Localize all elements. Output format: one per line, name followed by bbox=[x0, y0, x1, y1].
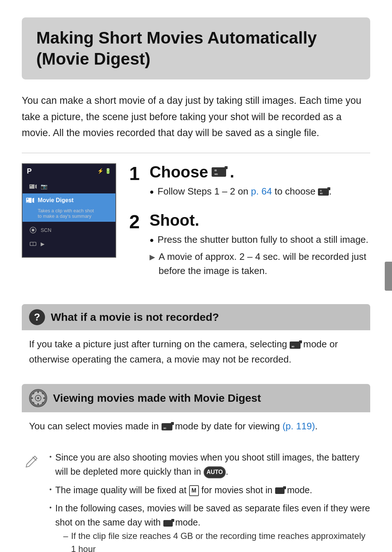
svg-rect-39 bbox=[276, 488, 281, 493]
svg-text:MD: MD bbox=[292, 346, 295, 348]
svg-rect-17 bbox=[320, 190, 322, 192]
svg-text:MD: MD bbox=[215, 173, 218, 175]
page-title: Making Short Movies Automatically (Movie… bbox=[36, 28, 356, 69]
steps-right: 1 Choose MD . ● bbox=[129, 163, 370, 291]
quality-badge: M bbox=[189, 485, 199, 496]
step1-link[interactable]: p. 64 bbox=[251, 186, 272, 197]
camera-menu-item-below2: ▶ bbox=[23, 237, 115, 251]
svg-text:MD: MD bbox=[26, 201, 29, 204]
arrow-bullet: ▶ bbox=[150, 252, 155, 262]
camera-mode-p: P bbox=[27, 167, 32, 175]
svg-rect-0 bbox=[29, 184, 34, 189]
step-1: 1 Choose MD . ● bbox=[129, 163, 370, 201]
sub-note-1: – If the clip file size reaches 4 GB or … bbox=[63, 529, 370, 552]
note3-mode-icon bbox=[163, 520, 173, 527]
svg-point-24 bbox=[37, 397, 39, 399]
note-bullet-3: • bbox=[49, 503, 52, 513]
svg-rect-32 bbox=[41, 392, 44, 394]
svg-rect-28 bbox=[43, 397, 45, 399]
sub-note-1-text: If the clip file size reaches 4 GB or th… bbox=[71, 529, 370, 552]
step2-content: Shoot. ● Press the shutter button fully … bbox=[150, 212, 370, 281]
info-box2-title: Viewing movies made with Movie Digest bbox=[53, 392, 261, 404]
svg-marker-1 bbox=[35, 184, 37, 189]
auto-badge: AUTO bbox=[204, 466, 226, 478]
note-3: • In the following cases, movies will be… bbox=[49, 501, 370, 552]
info-box2-body: You can select movies made in MD mode by… bbox=[22, 412, 370, 441]
note-bullet-2: • bbox=[49, 485, 52, 495]
svg-rect-41 bbox=[164, 521, 170, 526]
title-line1: Making Short Movies Automatically bbox=[36, 28, 317, 47]
svg-rect-25 bbox=[37, 391, 39, 393]
notes-content: • Since you are also shooting movies whe… bbox=[49, 450, 370, 552]
intro-text: You can make a short movie of a day just… bbox=[22, 93, 370, 141]
below2-text: ▶ bbox=[41, 241, 45, 247]
step2-bullet-1: ● Press the shutter button fully to shoo… bbox=[150, 233, 370, 247]
step1-bullet-text: Follow Steps 1 – 2 on p. 64 to choose MD… bbox=[158, 184, 332, 199]
info-box1-icon: ? bbox=[29, 309, 45, 325]
step2-bullet2-text: A movie of approx. 2 – 4 sec. will be re… bbox=[159, 250, 370, 278]
svg-line-38 bbox=[27, 456, 35, 464]
step2-title-text: Shoot. bbox=[150, 212, 199, 229]
viewing-link[interactable]: (p. 119) bbox=[282, 421, 315, 432]
info-box1-header: ? What if a movie is not recorded? bbox=[22, 304, 370, 330]
step1-bullet: ● Follow Steps 1 – 2 on p. 64 to choose … bbox=[150, 184, 370, 199]
menu-icon-above bbox=[28, 182, 38, 191]
camera-display: P ⚡ 🔋 📷 bbox=[22, 163, 116, 258]
svg-point-8 bbox=[32, 229, 34, 231]
svg-rect-13 bbox=[215, 169, 217, 171]
menu-item-above-label: 📷 bbox=[41, 183, 48, 190]
svg-rect-29 bbox=[32, 392, 34, 394]
page-title-box: Making Short Movies Automatically (Movie… bbox=[22, 17, 370, 79]
step2-bullet1-text: Press the shutter button fully to shoot … bbox=[158, 233, 368, 247]
step1-title-text: Choose bbox=[150, 163, 208, 181]
camera-menu-item-below1: SCN bbox=[23, 223, 115, 237]
notes-pencil-icon bbox=[22, 452, 41, 471]
svg-marker-4 bbox=[32, 198, 34, 203]
info-box2-header: Viewing movies made with Movie Digest bbox=[22, 384, 370, 412]
note-1: • Since you are also shooting movies whe… bbox=[49, 450, 370, 479]
selected-item-label: Movie Digest bbox=[38, 197, 74, 204]
edge-tab bbox=[385, 262, 392, 291]
svg-marker-16 bbox=[326, 189, 328, 195]
below1-text: SCN bbox=[41, 227, 52, 233]
step2-bullet-2: ▶ A movie of approx. 2 – 4 sec. will be … bbox=[150, 250, 370, 278]
svg-marker-20 bbox=[298, 342, 299, 347]
desc-line1: Takes a clip with each shot bbox=[38, 208, 94, 213]
desc-line2: to make a day's summary bbox=[38, 213, 91, 219]
note-3-content: In the following cases, movies will be s… bbox=[55, 501, 370, 552]
note-1-text: Since you are also shooting movies when … bbox=[55, 450, 370, 479]
step2-title: Shoot. bbox=[150, 212, 370, 229]
camera-menu-selected-item: MD Movie Digest bbox=[23, 193, 115, 207]
bullet-dot-2: ● bbox=[150, 234, 154, 245]
svg-marker-36 bbox=[26, 456, 37, 467]
info-box1-body: If you take a picture just after turning… bbox=[22, 330, 370, 373]
title-line2: (Movie Digest) bbox=[36, 49, 150, 68]
svg-rect-30 bbox=[41, 401, 44, 404]
svg-rect-2 bbox=[30, 185, 32, 186]
selected-item-description: Takes a clip with each shot to make a da… bbox=[23, 207, 115, 222]
svg-rect-5 bbox=[27, 199, 28, 200]
svg-marker-34 bbox=[169, 424, 171, 429]
note-3-text: In the following cases, movies will be s… bbox=[55, 503, 370, 527]
svg-marker-42 bbox=[170, 521, 171, 526]
camera-menu: 📷 MD Movie Digest Tak bbox=[23, 180, 115, 251]
menu-icon-below2 bbox=[28, 239, 38, 249]
svg-text:MD: MD bbox=[163, 428, 166, 429]
movie-digest-mode-icon: MD bbox=[212, 167, 226, 177]
bullet-dot-1: ● bbox=[150, 186, 154, 197]
svg-marker-40 bbox=[282, 488, 283, 493]
step1-content: Choose MD . ● Follow bbox=[150, 163, 370, 201]
step-2: 2 Shoot. ● Press the shutter button full… bbox=[129, 212, 370, 281]
steps-container: P ⚡ 🔋 📷 bbox=[22, 163, 370, 291]
notes-section: • Since you are also shooting movies whe… bbox=[22, 450, 370, 552]
note2-mode-icon bbox=[275, 487, 285, 494]
info-box-viewing: Viewing movies made with Movie Digest Yo… bbox=[22, 384, 370, 441]
step1-title-dot: . bbox=[230, 163, 234, 181]
svg-rect-31 bbox=[32, 401, 34, 404]
svg-text:MD: MD bbox=[320, 193, 323, 195]
step1-title: Choose MD . bbox=[150, 163, 370, 181]
note-2-text: The image quality will be fixed at M for… bbox=[55, 483, 312, 497]
note-2: • The image quality will be fixed at M f… bbox=[49, 483, 370, 497]
svg-rect-26 bbox=[37, 403, 39, 405]
camera-top-icons: ⚡ 🔋 bbox=[97, 168, 111, 174]
